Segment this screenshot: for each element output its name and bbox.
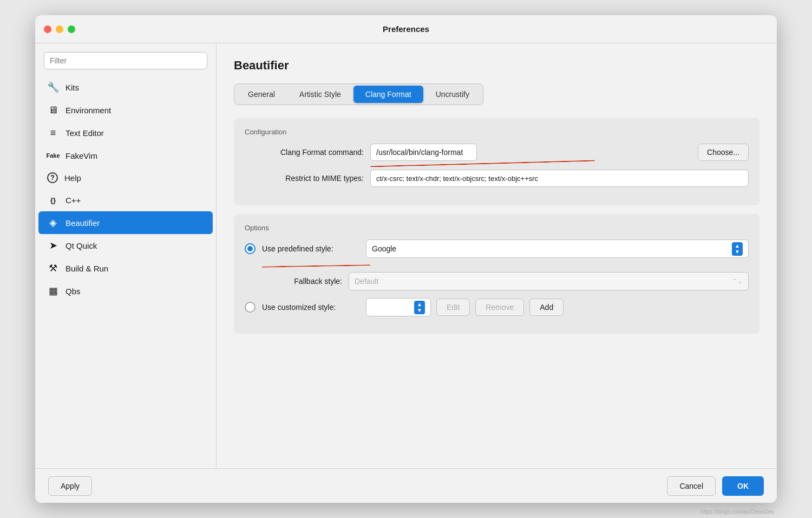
ok-button[interactable]: OK — [722, 476, 764, 496]
fallback-row: Fallback style: Default ⌃⌄ — [262, 272, 749, 290]
minimize-button[interactable] — [56, 25, 63, 33]
sidebar-item-label: Text Editor — [66, 128, 104, 138]
qbs-icon: ▦ — [47, 285, 59, 297]
sidebar-item-beautifier[interactable]: ◈ Beautifier — [38, 211, 213, 234]
mime-input[interactable] — [370, 170, 749, 187]
page-title: Beautifier — [234, 59, 759, 73]
configuration-section: Configuration Clang Format command: Choo… — [234, 118, 759, 205]
tab-artistic-style[interactable]: Artistic Style — [287, 86, 353, 103]
sidebar-item-build-run[interactable]: ⚒ Build & Run — [38, 257, 213, 280]
sidebar-item-label: FakeVim — [66, 151, 97, 160]
help-icon: ? — [47, 172, 58, 183]
sidebar-item-label: Help — [64, 173, 81, 183]
dropdown-arrows-icon: ▲ ▼ — [732, 242, 743, 256]
tab-clang-format[interactable]: Clang Format — [353, 86, 423, 103]
sidebar-items: 🔧 Kits 🖥 Environment ≡ Text Editor Fake … — [35, 76, 216, 468]
tab-bar: General Artistic Style Clang Format Uncr… — [234, 83, 483, 105]
filter-input[interactable] — [44, 52, 207, 69]
titlebar: Preferences — [35, 15, 777, 43]
customized-radio[interactable] — [245, 302, 256, 313]
watermark: https://blogs.com/av/CleanDev — [700, 509, 774, 515]
main-body: 🔧 Kits 🖥 Environment ≡ Text Editor Fake … — [35, 43, 777, 468]
preferences-window: Preferences 🔧 Kits 🖥 Environment ≡ Text … — [35, 15, 777, 503]
edit-button[interactable]: Edit — [436, 299, 470, 316]
sidebar-item-qt-quick[interactable]: ➤ Qt Quick — [38, 234, 213, 257]
build-run-icon: ⚒ — [47, 262, 59, 274]
text-editor-icon: ≡ — [47, 127, 59, 139]
customized-label: Use customized style: — [262, 303, 359, 312]
options-label: Options — [245, 224, 749, 232]
cpp-icon: {} — [47, 194, 59, 206]
sidebar-item-qbs[interactable]: ▦ Qbs — [38, 280, 213, 302]
choose-button[interactable]: Choose... — [698, 144, 749, 161]
customized-dropdown[interactable]: ▲ ▼ — [366, 298, 431, 316]
customized-row-header: Use customized style: ▲ ▼ Edit Remove Ad… — [245, 298, 749, 316]
option-underline — [262, 264, 370, 267]
environment-icon: 🖥 — [47, 104, 59, 116]
sidebar-item-fakevim[interactable]: Fake FakeVim — [38, 144, 213, 167]
window-controls — [44, 25, 75, 33]
sidebar-item-label: Qt Quick — [66, 241, 97, 250]
predefined-row: Use predefined style: Google ▲ ▼ — [245, 239, 749, 258]
predefined-label: Use predefined style: — [262, 244, 359, 253]
customized-controls: ▲ ▼ Edit Remove Add — [366, 298, 564, 316]
sidebar-item-help[interactable]: ? Help — [38, 167, 213, 189]
command-row: Clang Format command: Choose... — [245, 144, 749, 161]
sidebar-item-kits[interactable]: 🔧 Kits — [38, 76, 213, 99]
sidebar-item-label: Kits — [66, 83, 79, 92]
content-area: Beautifier General Artistic Style Clang … — [217, 43, 777, 468]
sidebar-item-cpp[interactable]: {} C++ — [38, 189, 213, 211]
remove-button[interactable]: Remove — [475, 299, 524, 316]
sidebar-item-label: Build & Run — [66, 264, 108, 273]
fallback-label: Fallback style: — [262, 277, 342, 286]
command-input-wrap — [370, 144, 691, 161]
sidebar: 🔧 Kits 🖥 Environment ≡ Text Editor Fake … — [35, 43, 217, 468]
apply-button[interactable]: Apply — [48, 476, 92, 496]
sidebar-item-environment[interactable]: 🖥 Environment — [38, 99, 213, 121]
style-value: Google — [372, 244, 396, 253]
tab-general[interactable]: General — [236, 86, 287, 103]
mime-label: Restrict to MIME types: — [245, 174, 364, 183]
mime-row: Restrict to MIME types: — [245, 170, 749, 187]
cancel-button[interactable]: Cancel — [667, 476, 716, 496]
window-title: Preferences — [383, 24, 429, 34]
sidebar-item-text-editor[interactable]: ≡ Text Editor — [38, 121, 213, 144]
command-label: Clang Format command: — [245, 148, 364, 157]
qt-quick-icon: ➤ — [47, 239, 59, 251]
sidebar-item-label: Environment — [66, 106, 111, 115]
fakevim-icon: Fake — [47, 150, 59, 161]
tab-uncrustify[interactable]: Uncrustify — [424, 86, 481, 103]
fallback-dropdown: Default ⌃⌄ — [349, 272, 749, 290]
predefined-radio[interactable] — [245, 243, 256, 254]
beautifier-icon: ◈ — [47, 217, 59, 229]
kits-icon: 🔧 — [47, 81, 59, 93]
close-button[interactable] — [44, 25, 51, 33]
sidebar-item-label: Qbs — [66, 287, 81, 296]
filter-container — [35, 52, 216, 76]
command-input[interactable] — [370, 144, 477, 161]
add-button[interactable]: Add — [529, 299, 564, 316]
fallback-placeholder: Default — [355, 277, 378, 286]
maximize-button[interactable] — [68, 25, 75, 33]
fallback-arrow-icon: ⌃⌄ — [732, 277, 743, 285]
options-section: Options Use predefined style: Google ▲ ▼ — [234, 214, 759, 334]
style-dropdown[interactable]: Google ▲ ▼ — [366, 239, 749, 258]
configuration-label: Configuration — [245, 128, 749, 136]
bottom-bar: Apply Cancel OK — [35, 468, 777, 503]
sidebar-item-label: C++ — [66, 196, 81, 205]
customized-arrows-icon: ▲ ▼ — [414, 301, 425, 314]
sidebar-item-label: Beautifier — [66, 218, 100, 228]
